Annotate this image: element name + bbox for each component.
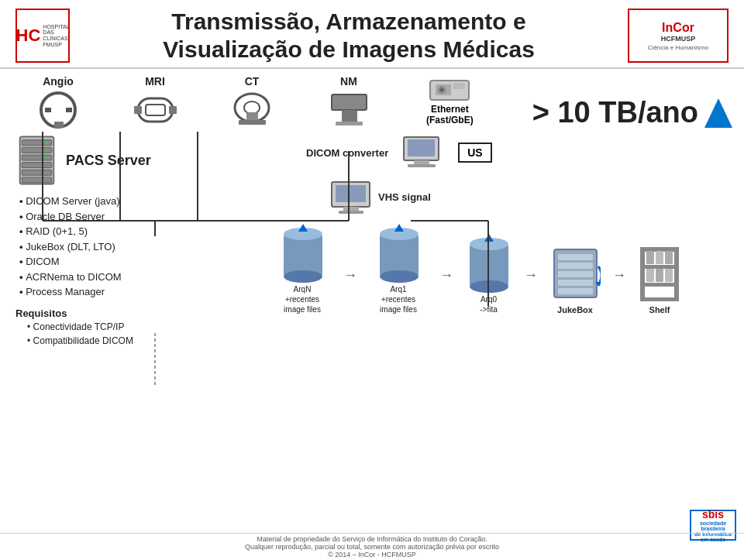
svg-rect-58	[674, 247, 679, 301]
spec-4: DICOM	[19, 254, 267, 270]
svg-rect-6	[134, 106, 142, 114]
svg-rect-10	[239, 120, 266, 125]
svg-rect-4	[138, 98, 173, 122]
storage-arqn: ArqN+recentesimage files	[267, 222, 337, 314]
ct-icon	[231, 91, 274, 129]
incor-logo: InCor HCFMUSP Ciência e Humanismo	[628, 9, 728, 63]
svg-rect-61	[640, 283, 679, 287]
svg-rect-53	[558, 271, 593, 277]
storage-shelf: Shelf	[632, 243, 687, 314]
diagram-area: PACS Server DICOM Server (java) Oracle D…	[12, 133, 732, 348]
server-rack-icon	[16, 133, 58, 187]
hc-line1: HOSPITAL	[43, 24, 69, 30]
pacs-label: PACS Server	[66, 153, 151, 169]
vhs-label: VHS signal	[378, 191, 431, 203]
svg-marker-49	[484, 234, 494, 242]
svg-point-28	[46, 149, 49, 152]
footer-line1: Material de propriedade do Serviço de In…	[2, 535, 742, 543]
svg-rect-36	[343, 207, 359, 211]
svg-rect-35	[336, 185, 366, 202]
requisitos-section: Requisitos Conectividade TCP/IP Compatib…	[16, 306, 267, 348]
svg-marker-45	[394, 224, 404, 232]
vhs-icon	[329, 180, 372, 215]
hc-logo: HC HOSPITAL DAS CLÍNICAS FMUSP	[16, 9, 70, 63]
incor-title: InCor	[662, 21, 694, 35]
storage-arq0: Arq0->fita	[460, 232, 518, 314]
svg-rect-55	[558, 288, 593, 294]
requisitos-title: Requisitos	[16, 307, 67, 319]
svg-rect-65	[665, 251, 673, 264]
svg-rect-24	[22, 163, 52, 168]
req-1: Compatibilidade DICOM	[27, 334, 267, 348]
hc-line3: CLÍNICAS	[43, 36, 69, 42]
svg-rect-62	[640, 297, 679, 301]
svg-rect-46	[470, 244, 508, 287]
arq1-label: Arq1+recentesimage files	[380, 284, 417, 314]
svg-rect-38	[284, 234, 322, 277]
svg-rect-52	[558, 263, 593, 269]
hc-line4: FMUSP	[43, 42, 69, 48]
us-label: US	[458, 143, 491, 163]
pacs-server-row: PACS Server	[16, 133, 267, 187]
pacs-specs: DICOM Server (java) Oracle DB Server RAI…	[19, 194, 267, 300]
right-panel: DICOM converter US	[267, 133, 732, 348]
svg-point-48	[470, 280, 508, 293]
svg-point-27	[46, 142, 49, 145]
hc-line2: DAS	[43, 29, 69, 36]
svg-point-9	[244, 101, 260, 114]
svg-rect-25	[22, 170, 52, 175]
svg-rect-31	[408, 139, 435, 156]
modality-row: Angio MRI	[12, 75, 395, 129]
svg-rect-66	[646, 269, 654, 282]
arrow-right-4: →	[612, 267, 626, 283]
footer: Material de propriedade do Serviço de In…	[0, 533, 744, 560]
title-line1: Transmissão, Armazenamento e	[171, 9, 525, 34]
modality-angio: Angio	[12, 75, 105, 129]
arrow-right-2: →	[439, 267, 453, 283]
cylinder-arq1-icon	[374, 222, 424, 284]
header: HC HOSPITAL DAS CLÍNICAS FMUSP Transmiss…	[0, 0, 744, 69]
svg-rect-14	[336, 122, 363, 125]
dicom-converter-row: DICOM converter US	[306, 133, 732, 172]
svg-rect-1	[45, 108, 51, 112]
arq0-label: Arq0->fita	[480, 294, 498, 314]
angio-icon	[37, 91, 80, 129]
jukebox-label: JukeBox	[557, 305, 593, 314]
footer-line3: © 2014 – InCor - HCFMUSP	[2, 551, 742, 558]
cylinder-arqn-icon	[277, 222, 328, 284]
svg-marker-41	[298, 224, 308, 232]
svg-rect-32	[414, 160, 429, 164]
arrow-right-3: →	[524, 267, 538, 283]
tbano-text: > 10 TB/ano	[532, 96, 698, 129]
dicom-converter-label: DICOM converter	[306, 147, 388, 159]
content: Angio MRI	[0, 69, 744, 354]
spec-2: RAID (0+1, 5)	[19, 224, 267, 239]
arrow-right-1: →	[343, 267, 357, 283]
title-line2: Visualização de Imagens Médicas	[163, 36, 535, 62]
footer-line2: Qualquer reprodução, parcial ou total, s…	[2, 543, 742, 551]
svg-rect-42	[380, 234, 418, 277]
modality-ct: CT	[205, 75, 298, 129]
arrow-up-icon	[704, 98, 732, 128]
page: HC HOSPITAL DAS CLÍNICAS FMUSP Transmiss…	[0, 0, 744, 560]
storage-arq1: Arq1+recentesimage files	[363, 222, 433, 314]
storage-jukebox: JukeBox	[544, 243, 606, 314]
ethernet-icon	[426, 77, 473, 104]
svg-point-40	[284, 270, 322, 283]
svg-rect-37	[339, 211, 363, 214]
spec-3: JukeBox (DLT, LTO)	[19, 239, 267, 255]
spec-6: Process Manager	[19, 284, 267, 300]
svg-rect-17	[453, 83, 465, 89]
svg-rect-7	[169, 106, 177, 114]
left-panel: PACS Server DICOM Server (java) Oracle D…	[12, 133, 267, 348]
spec-0: DICOM Server (java)	[19, 194, 267, 209]
hc-letters: HC	[16, 26, 41, 46]
mri-icon	[134, 91, 177, 129]
jukebox-icon	[550, 243, 601, 305]
cylinder-arq0-icon	[463, 232, 514, 294]
nm-icon	[328, 91, 370, 129]
svg-point-19	[440, 88, 443, 91]
spec-1: Oracle DB Server	[19, 209, 267, 225]
svg-rect-57	[640, 247, 645, 301]
svg-rect-51	[558, 254, 593, 260]
